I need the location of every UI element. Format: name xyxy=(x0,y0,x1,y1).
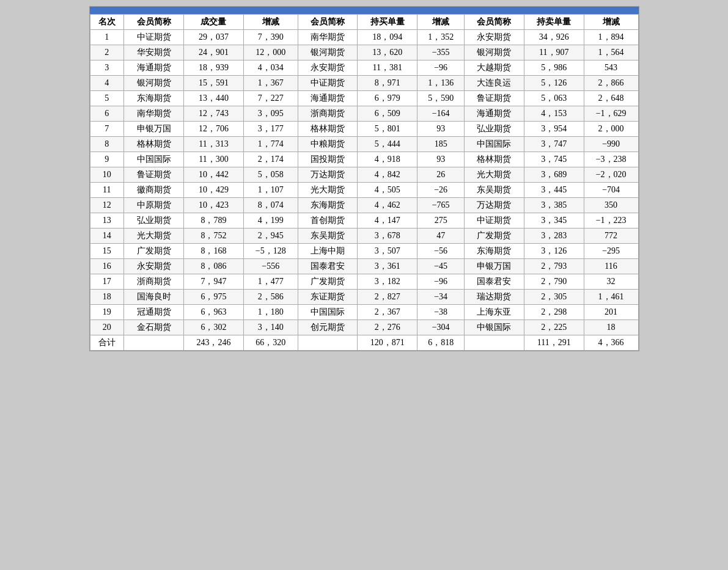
table-cell: 东海期货 xyxy=(298,198,358,213)
table-cell: 2，174 xyxy=(243,152,298,167)
table-cell: 7 xyxy=(90,122,124,137)
table-cell: −96 xyxy=(417,274,465,290)
table-cell: 2，586 xyxy=(243,290,298,305)
footer-cell xyxy=(124,335,184,351)
table-cell: −26 xyxy=(417,183,465,198)
table-cell: 2，793 xyxy=(524,259,584,274)
table-cell: 32 xyxy=(584,274,638,290)
table-cell: 广发期货 xyxy=(465,228,524,244)
table-cell: −1，223 xyxy=(584,213,638,228)
table-cell: 2，945 xyxy=(243,228,298,244)
table-cell: 国投期货 xyxy=(298,152,358,167)
table-cell: 申银万国 xyxy=(124,122,184,137)
table-cell: 3，385 xyxy=(524,198,584,213)
table-cell: 3，177 xyxy=(243,122,298,137)
table-cell: 4，153 xyxy=(524,106,584,122)
table-cell: 中证期货 xyxy=(298,76,358,91)
table-cell: 鲁证期货 xyxy=(465,91,524,106)
table-cell: 16 xyxy=(90,259,124,274)
table-cell: 4，034 xyxy=(243,60,298,76)
table-cell: 2，298 xyxy=(524,305,584,320)
table-cell: 1，367 xyxy=(243,76,298,91)
table-cell: 7，947 xyxy=(184,274,244,290)
table-cell: 3，678 xyxy=(358,228,417,244)
table-cell: 1，180 xyxy=(243,305,298,320)
table-row: 14光大期货8，7522，945东吴期货3，67847广发期货3，283772 xyxy=(90,228,638,244)
table-cell: 6，302 xyxy=(184,320,244,335)
table-cell: 广发期货 xyxy=(124,244,184,259)
table-cell: 弘业期货 xyxy=(124,213,184,228)
table-cell: 12，000 xyxy=(243,45,298,60)
column-header: 增减 xyxy=(243,15,298,30)
table-cell: 中粮期货 xyxy=(298,137,358,152)
column-header: 持卖单量 xyxy=(524,15,584,30)
table-cell: 中证期货 xyxy=(465,213,524,228)
table-cell: 34，926 xyxy=(524,30,584,45)
table-cell: 11 xyxy=(90,183,124,198)
column-header: 成交量 xyxy=(184,15,244,30)
table-row: 10鲁证期货10，4425，058万达期货4，84226光大期货3，689−2，… xyxy=(90,167,638,183)
table-cell: 光大期货 xyxy=(124,228,184,244)
table-cell: 2，648 xyxy=(584,91,638,106)
table-cell: 24，901 xyxy=(184,45,244,60)
table-cell: −2，020 xyxy=(584,167,638,183)
table-row: 18国海良时6，9752，586东证期货2，827−34瑞达期货2，3051，4… xyxy=(90,290,638,305)
table-cell: 万达期货 xyxy=(298,167,358,183)
footer-cell xyxy=(298,335,358,351)
table-row: 3海通期货18，9394，034永安期货11，381−96大越期货5，98654… xyxy=(90,60,638,76)
table-cell: 772 xyxy=(584,228,638,244)
table-cell: 15，591 xyxy=(184,76,244,91)
table-cell: −5，128 xyxy=(243,244,298,259)
table-cell: 6，975 xyxy=(184,290,244,305)
table-cell: 光大期货 xyxy=(465,167,524,183)
table-cell: 3 xyxy=(90,60,124,76)
footer-cell xyxy=(465,335,524,351)
table-cell: 3，954 xyxy=(524,122,584,137)
table-cell: 8，086 xyxy=(184,259,244,274)
table-cell: 18，939 xyxy=(184,60,244,76)
footer-cell: 66，320 xyxy=(243,335,298,351)
table-cell: 9 xyxy=(90,152,124,167)
table-cell: 中银国际 xyxy=(465,320,524,335)
table-row: 4银河期货15，5911，367中证期货8，9711，136大连良运5，1262… xyxy=(90,76,638,91)
table-cell: 海通期货 xyxy=(124,60,184,76)
table-cell: 中国国际 xyxy=(124,152,184,167)
table-cell: 瑞达期货 xyxy=(465,290,524,305)
table-cell: −3，238 xyxy=(584,152,638,167)
table-cell: 3，507 xyxy=(358,244,417,259)
table-cell: 2，866 xyxy=(584,76,638,91)
table-cell: 银河期货 xyxy=(124,76,184,91)
table-cell: 18 xyxy=(90,290,124,305)
table-cell: 29，037 xyxy=(184,30,244,45)
table-cell: 东证期货 xyxy=(298,290,358,305)
table-row: 12中原期货10，4238，074东海期货4，462−765万达期货3，3853… xyxy=(90,198,638,213)
table-cell: 上海中期 xyxy=(298,244,358,259)
table-cell: 116 xyxy=(584,259,638,274)
table-cell: 中证期货 xyxy=(124,30,184,45)
table-cell: 格林期货 xyxy=(124,137,184,152)
column-header: 名次 xyxy=(90,15,124,30)
table-cell: 创元期货 xyxy=(298,320,358,335)
column-header: 会员简称 xyxy=(298,15,358,30)
table-cell: 185 xyxy=(417,137,465,152)
header-row: 名次会员简称成交量增减会员简称持买单量增减会员简称持卖单量增减 xyxy=(90,15,638,30)
table-cell: 3，345 xyxy=(524,213,584,228)
table-cell: 3，126 xyxy=(524,244,584,259)
table-cell: 永安期货 xyxy=(124,259,184,274)
table-cell: −990 xyxy=(584,137,638,152)
column-header: 会员简称 xyxy=(465,15,524,30)
table-cell: 东吴期货 xyxy=(298,228,358,244)
table-cell: 南华期货 xyxy=(124,106,184,122)
table-cell: 8，752 xyxy=(184,228,244,244)
table-cell: 20 xyxy=(90,320,124,335)
table-cell: −34 xyxy=(417,290,465,305)
footer-cell: 111，291 xyxy=(524,335,584,351)
table-cell: 10，442 xyxy=(184,167,244,183)
table-cell: 15 xyxy=(90,244,124,259)
table-cell: 12，743 xyxy=(184,106,244,122)
table-cell: 6，963 xyxy=(184,305,244,320)
table-cell: 1，107 xyxy=(243,183,298,198)
footer-row: 合计243，24666，320120，8716，818111，2914，366 xyxy=(90,335,638,351)
table-cell: 93 xyxy=(417,122,465,137)
table-row: 8格林期货11，3131，774中粮期货5，444185中国国际3，747−99… xyxy=(90,137,638,152)
